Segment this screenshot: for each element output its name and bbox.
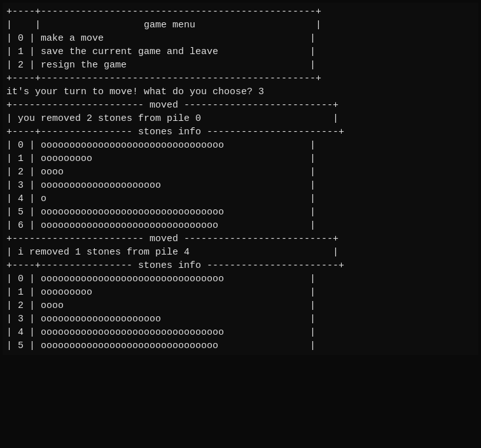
terminal-output: +----+----------------------------------… <box>6 5 475 353</box>
terminal-container: +----+----------------------------------… <box>3 3 478 355</box>
